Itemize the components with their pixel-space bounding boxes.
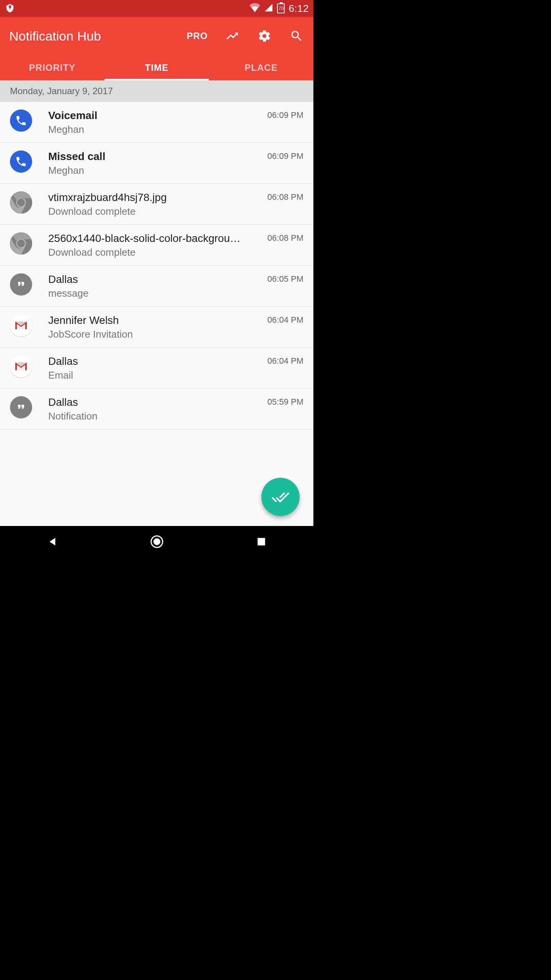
notification-body: vtimxrajzbuard4hsj78.jpgDownload complet… [48,191,264,217]
battery-icon: 70 [277,3,285,13]
chrome-icon [10,232,32,255]
notification-row[interactable]: VoicemailMeghan06:09 PM [0,102,313,143]
notification-row[interactable]: Jennifer WelshJobScore Invitation06:04 P… [0,307,313,348]
notification-subtitle: JobScore Invitation [48,328,264,340]
gear-icon[interactable] [257,28,272,44]
notification-subtitle: Meghan [48,124,264,136]
notification-time: 06:04 PM [267,356,303,366]
svg-point-9 [153,538,160,545]
notification-title: 980x551-black-solid-color-backgrou… [48,232,264,245]
phone-icon [10,150,32,173]
gmail-icon [10,355,32,377]
status-time: 6:12 [289,3,309,15]
notification-body: VoicemailMeghan [48,109,264,136]
app-bar: Notification Hub PRO PRIORITY TIME PLACE [0,17,313,80]
notification-subtitle: Download complete [48,247,264,258]
notification-title: vtimxrajzbuard4hsj78.jpg [48,191,264,204]
notification-app-icon [5,3,15,14]
notification-title: Dallas [48,395,264,409]
app-title: Notification Hub [9,29,187,44]
notification-row[interactable]: DallasEmail06:04 PM [0,348,313,389]
notification-subtitle: Email [48,369,264,381]
notification-time: 06:05 PM [267,274,303,284]
notification-subtitle: Download complete [48,206,264,217]
app-bar-actions: PRO [187,28,304,44]
tab-priority[interactable]: PRIORITY [0,55,104,80]
search-icon[interactable] [289,28,304,44]
notification-title: Dallas [48,354,264,368]
notification-subtitle: message [48,287,264,299]
notification-row[interactable]: Dallasmessage06:05 PM [0,266,313,307]
tab-time[interactable]: TIME [104,55,209,80]
status-bar: 70 6:12 [0,0,313,17]
notification-body: 980x551-black-solid-color-backgrou…Dow… [48,232,264,258]
status-left [5,3,15,14]
pro-button[interactable]: PRO [187,31,208,41]
wifi-icon [249,3,260,14]
tab-place[interactable]: PLACE [209,55,313,80]
svg-rect-10 [258,538,265,546]
notification-title: Missed call [48,150,264,163]
navigation-bar [0,526,313,557]
notification-list[interactable]: VoicemailMeghan06:09 PMMissed callMeghan… [0,102,313,526]
date-header: Monday, January 9, 2017 [0,80,313,102]
svg-point-2 [17,199,25,206]
nav-back[interactable] [45,534,60,549]
nav-home[interactable] [149,534,165,549]
notification-title: Voicemail [48,109,264,122]
phone-icon [10,109,32,132]
notification-time: 06:09 PM [267,110,303,120]
trending-icon[interactable] [225,28,240,44]
nav-recent[interactable] [254,534,269,549]
notification-body: Jennifer WelshJobScore Invitation [48,314,264,340]
notification-row[interactable]: Missed callMeghan06:09 PM [0,143,313,184]
tabs: PRIORITY TIME PLACE [0,55,313,80]
notification-time: 05:59 PM [267,397,303,407]
hangouts-icon [10,396,32,418]
notification-time: 06:09 PM [267,151,303,161]
app-bar-top: Notification Hub PRO [0,17,313,55]
svg-point-5 [17,240,25,247]
notification-row[interactable]: DallasNotification05:59 PM [0,389,313,430]
notification-body: Dallasmessage [48,273,264,299]
notification-subtitle: Notification [48,410,264,422]
battery-level: 70 [279,6,284,11]
notification-title: Dallas [48,273,264,286]
notification-time: 06:08 PM [267,233,303,243]
chrome-icon [10,191,32,214]
signal-icon [264,3,273,14]
status-right: 70 6:12 [249,3,309,15]
notification-title: Jennifer Welsh [48,314,264,327]
notification-row[interactable]: vtimxrajzbuard4hsj78.jpgDownload complet… [0,184,313,225]
notification-body: DallasEmail [48,354,264,381]
notification-body: DallasNotification [48,395,264,422]
gmail-icon [10,314,32,336]
screen: 70 6:12 Notification Hub PRO PRIORITY [0,0,313,557]
notification-subtitle: Meghan [48,165,264,176]
notification-time: 06:04 PM [267,315,303,325]
notification-row[interactable]: 980x551-black-solid-color-backgrou…Dow… [0,225,313,266]
notification-time: 06:08 PM [267,192,303,202]
fab-mark-read[interactable] [261,478,300,516]
notification-body: Missed callMeghan [48,150,264,176]
hangouts-icon [10,273,32,296]
